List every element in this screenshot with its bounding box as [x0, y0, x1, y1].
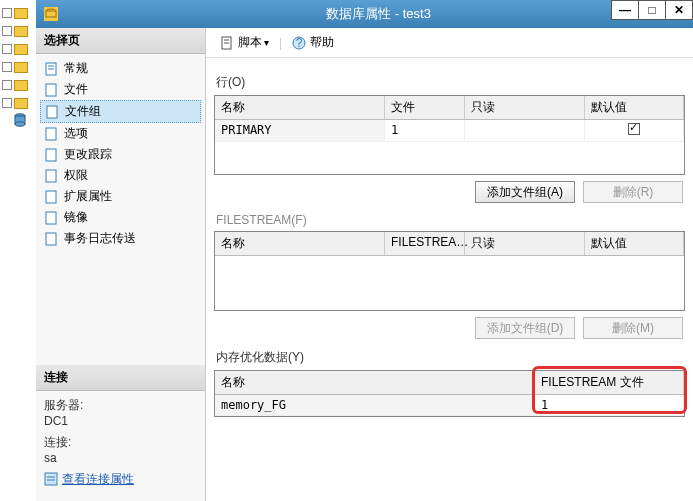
- page-log-shipping[interactable]: 事务日志传送: [40, 228, 201, 249]
- database-icon: [14, 113, 26, 127]
- close-button[interactable]: ✕: [665, 0, 693, 20]
- sidebar: 选择页 常规 文件 文件组 选项 更改跟踪 权限 扩展属性 镜像 事务日志传送 …: [36, 28, 206, 501]
- svg-text:?: ?: [296, 36, 303, 50]
- help-button[interactable]: ? 帮助: [286, 32, 340, 53]
- memory-grid[interactable]: 名称 FILESTREAM 文件 memory_FG 1: [214, 370, 685, 417]
- svg-rect-16: [45, 473, 57, 485]
- minimize-button[interactable]: —: [611, 0, 639, 20]
- main-panel: 脚本 ▾ | ? 帮助 行(O) 名称 文件 只读 默认值: [206, 28, 693, 501]
- fs-col-default[interactable]: 默认值: [585, 232, 684, 255]
- rows-group-label: 行(O): [216, 74, 685, 91]
- memory-group-label: 内存优化数据(Y): [216, 349, 685, 366]
- page-general[interactable]: 常规: [40, 58, 201, 79]
- mem-col-name[interactable]: 名称: [215, 371, 535, 394]
- rows-col-files[interactable]: 文件: [385, 96, 465, 119]
- filestream-grid[interactable]: 名称 FILESTREA… 只读 默认值: [214, 231, 685, 311]
- svg-point-2: [15, 122, 25, 126]
- page-tree: 常规 文件 文件组 选项 更改跟踪 权限 扩展属性 镜像 事务日志传送: [36, 54, 205, 253]
- explorer-icons: [0, 0, 36, 501]
- svg-rect-9: [47, 106, 57, 118]
- page-options[interactable]: 选项: [40, 123, 201, 144]
- mem-col-files[interactable]: FILESTREAM 文件: [535, 371, 684, 394]
- help-icon: ?: [292, 36, 306, 50]
- rows-grid-row[interactable]: PRIMARY 1: [215, 120, 684, 142]
- remove-rows-button: 删除(R): [583, 181, 683, 203]
- titlebar: 数据库属性 - test3 — □ ✕: [36, 0, 693, 28]
- fs-col-readonly[interactable]: 只读: [465, 232, 585, 255]
- page-filegroups[interactable]: 文件组: [40, 100, 201, 123]
- server-value: DC1: [44, 414, 197, 428]
- dialog-window: 数据库属性 - test3 — □ ✕ 选择页 常规 文件 文件组 选项 更改跟…: [36, 0, 693, 501]
- connection-value: sa: [44, 451, 197, 465]
- connection-header: 连接: [36, 365, 205, 391]
- page-change-tracking[interactable]: 更改跟踪: [40, 144, 201, 165]
- svg-rect-12: [46, 170, 56, 182]
- rows-col-name[interactable]: 名称: [215, 96, 385, 119]
- rows-grid[interactable]: 名称 文件 只读 默认值 PRIMARY 1: [214, 95, 685, 175]
- svg-rect-10: [46, 128, 56, 140]
- view-connection-props-link[interactable]: 查看连接属性: [44, 471, 134, 488]
- window-icon: [44, 7, 58, 21]
- connection-label: 连接:: [44, 434, 197, 451]
- svg-rect-11: [46, 149, 56, 161]
- svg-rect-15: [46, 233, 56, 245]
- svg-rect-13: [46, 191, 56, 203]
- filestream-group-label: FILESTREAM(F): [216, 213, 685, 227]
- properties-icon: [44, 472, 58, 486]
- connection-info: 服务器:DC1 连接:sa 查看连接属性: [36, 391, 205, 502]
- memory-grid-row[interactable]: memory_FG 1: [215, 395, 684, 416]
- window-title: 数据库属性 - test3: [64, 5, 693, 23]
- rows-col-default[interactable]: 默认值: [585, 96, 684, 119]
- svg-rect-14: [46, 212, 56, 224]
- server-label: 服务器:: [44, 397, 197, 414]
- add-filegroup-rows-button[interactable]: 添加文件组(A): [475, 181, 575, 203]
- script-button[interactable]: 脚本 ▾: [214, 32, 275, 53]
- maximize-button[interactable]: □: [638, 0, 666, 20]
- fs-col-files[interactable]: FILESTREA…: [385, 232, 465, 255]
- page-extended-props[interactable]: 扩展属性: [40, 186, 201, 207]
- chevron-down-icon: ▾: [264, 37, 269, 48]
- page-mirroring[interactable]: 镜像: [40, 207, 201, 228]
- toolbar: 脚本 ▾ | ? 帮助: [206, 28, 693, 58]
- select-page-header: 选择页: [36, 28, 205, 54]
- svg-rect-4: [46, 11, 56, 17]
- script-icon: [220, 36, 234, 50]
- page-permissions[interactable]: 权限: [40, 165, 201, 186]
- add-filegroup-fs-button: 添加文件组(D): [475, 317, 575, 339]
- fs-col-name[interactable]: 名称: [215, 232, 385, 255]
- rows-col-readonly[interactable]: 只读: [465, 96, 585, 119]
- svg-rect-8: [46, 84, 56, 96]
- page-files[interactable]: 文件: [40, 79, 201, 100]
- remove-fs-button: 删除(M): [583, 317, 683, 339]
- default-checkbox[interactable]: [628, 123, 640, 135]
